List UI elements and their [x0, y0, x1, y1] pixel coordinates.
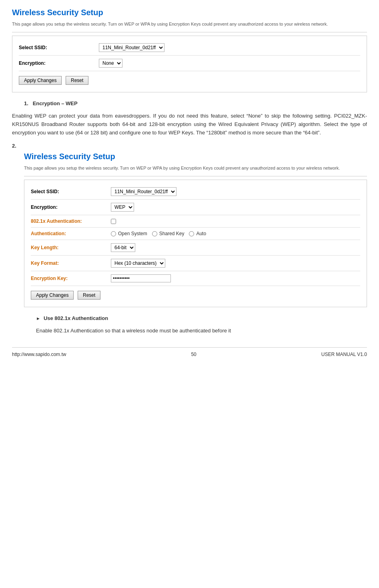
setup-box-1: Select SSID: 11N_Mini_Router_0d21ff Encr…	[12, 36, 367, 92]
footer: http://www.sapido.com.tw 50 USER MANUAL …	[12, 347, 367, 357]
page-description-1: This page allows you setup the wireless …	[12, 21, 367, 27]
auth-shared-option[interactable]: Shared Key	[152, 231, 184, 236]
auth-open-radio[interactable]	[111, 231, 116, 236]
triangle-icon: ►	[36, 316, 40, 321]
ssid-label-1: Select SSID:	[19, 45, 99, 50]
ssid-row-2: Select SSID: 11N_Mini_Router_0d21ff	[31, 184, 360, 200]
section2-num: 2.	[12, 143, 367, 149]
section1-heading: 1. Encryption – WEP	[24, 100, 367, 106]
keyformat-select[interactable]: Hex (10 characters)	[111, 259, 165, 268]
page-title-1: Wireless Security Setup	[12, 8, 367, 17]
auth-open-option[interactable]: Open System	[111, 231, 147, 236]
encryption-select-2[interactable]: WEP	[111, 203, 134, 212]
encryption-select-1[interactable]: None	[99, 59, 122, 68]
ssid-select-2[interactable]: 11N_Mini_Router_0d21ff	[111, 187, 176, 196]
encryption-row-1: Encryption: None	[19, 56, 360, 71]
keyformat-label: Key Format:	[31, 260, 111, 266]
apply-changes-button-2[interactable]: Apply Changes	[31, 291, 74, 300]
reset-button-2[interactable]: Reset	[78, 291, 100, 300]
setup-box-2: Select SSID: 11N_Mini_Router_0d21ff Encr…	[24, 180, 367, 307]
auth-auto-radio[interactable]	[189, 231, 194, 236]
keylength-row: Key Length: 64-bit	[31, 240, 360, 256]
footer-manual: USER MANUAL V1.0	[321, 352, 367, 357]
footer-url: http://www.sapido.com.tw	[12, 352, 66, 357]
auth8021x-row: 802.1x Authentication:	[31, 215, 360, 228]
reset-button-1[interactable]: Reset	[66, 76, 88, 85]
bullet-title: ► Use 802.1x Authentication	[36, 315, 367, 321]
auth-auto-option[interactable]: Auto	[189, 231, 206, 236]
keylength-select[interactable]: 64-bit	[111, 243, 135, 252]
keyformat-row: Key Format: Hex (10 characters)	[31, 256, 360, 271]
apply-changes-button-1[interactable]: Apply Changes	[19, 76, 62, 85]
ssid-row-1: Select SSID: 11N_Mini_Router_0d21ff	[19, 40, 360, 56]
encryption-label-2: Encryption:	[31, 204, 111, 210]
keylength-label: Key Length:	[31, 245, 111, 250]
page-title-2: Wireless Security Setup	[24, 152, 367, 161]
enckey-row: Encryption Key:	[31, 271, 360, 286]
auth8021x-label: 802.1x Authentication:	[31, 218, 111, 224]
enckey-label: Encryption Key:	[31, 276, 111, 281]
auth-shared-radio[interactable]	[152, 231, 157, 236]
authentication-label: Authentication:	[31, 231, 111, 236]
encryption-row-2: Encryption: WEP	[31, 200, 360, 215]
bullet-body: Enable 802.1x Authentication so that a w…	[36, 327, 367, 335]
ssid-select-1[interactable]: 11N_Mini_Router_0d21ff	[99, 43, 164, 52]
encryption-label-1: Encryption:	[19, 60, 99, 66]
footer-page: 50	[191, 352, 196, 357]
authentication-row: Authentication: Open System Shared Key	[31, 228, 360, 240]
auth8021x-checkbox[interactable]	[111, 219, 116, 224]
ssid-label-2: Select SSID:	[31, 189, 111, 194]
page-description-2: This page allows you setup the wireless …	[24, 165, 367, 171]
enckey-input[interactable]	[111, 274, 171, 282]
section1-body: Enabling WEP can protect your data from …	[12, 112, 367, 137]
